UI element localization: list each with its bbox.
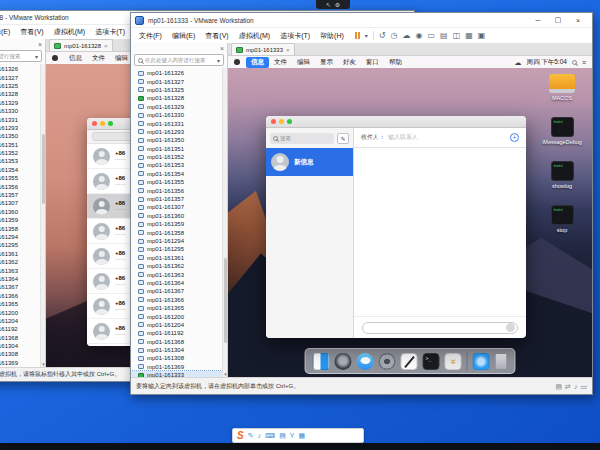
vm-list-item[interactable]: mp01-161204 <box>0 317 40 325</box>
revert-snapshot-icon[interactable]: ☁ <box>403 32 411 40</box>
vm-list-item[interactable]: mp01-161361 <box>0 250 40 258</box>
send-ctrl-alt-del-icon[interactable]: ↺ <box>379 32 386 40</box>
vm-list-item[interactable]: mp01-161330 <box>131 111 222 119</box>
console-view-icon[interactable]: ◫ <box>453 32 461 40</box>
menu-item[interactable]: 虚拟机(M) <box>49 27 91 37</box>
toolbox-icon[interactable]: ▦ <box>298 432 305 439</box>
unity-icon[interactable]: ▣ <box>478 32 486 40</box>
dock-icon[interactable] <box>495 353 508 370</box>
maximize-button[interactable]: ▢ <box>548 13 568 27</box>
mac-menu-item[interactable]: 窗口 <box>361 58 384 67</box>
close-button[interactable]: × <box>568 13 588 27</box>
vm-list-item[interactable]: mp01-161366 <box>0 292 40 300</box>
library-scrollbar[interactable]: ▾ <box>222 68 227 377</box>
remote-toolbar[interactable]: ↖⚙ <box>316 0 350 9</box>
vm-list-item[interactable]: mp01-161350 <box>0 132 40 140</box>
recipient-bar[interactable]: 收件人： 输入联系人 + <box>354 128 526 148</box>
vm-list-item[interactable]: mp01-161355 <box>0 174 40 182</box>
vm-list-item[interactable]: mp01-161295 <box>131 245 222 253</box>
vm-list-item[interactable]: mp01-161358 <box>131 228 222 236</box>
windows-taskbar[interactable] <box>0 443 600 450</box>
search-filter-caret-icon[interactable]: ▾ <box>217 57 220 64</box>
keyboard-icon[interactable]: ⌨ <box>265 432 275 439</box>
vm-list-item[interactable]: mp01-161304 <box>0 342 40 350</box>
dock-icon[interactable] <box>379 353 396 370</box>
vm-list-item[interactable]: mp01-161359 <box>131 220 222 228</box>
mac-menu-item[interactable]: 好友 <box>338 58 361 67</box>
minimize-button[interactable]: ─ <box>528 13 548 27</box>
vm-list-item[interactable]: mp01-161325 <box>131 86 222 94</box>
vm-list-item[interactable]: mp01-161367 <box>131 287 222 295</box>
vm-list-item[interactable]: mp01-161294 <box>0 233 40 241</box>
vm-list-item[interactable]: mp01-161361 <box>131 254 222 262</box>
vm-list-item[interactable]: mp01-161192 <box>131 329 222 337</box>
vm-list-item[interactable]: mp01-161327 <box>0 73 40 81</box>
vm-list-item[interactable]: mp01-161351 <box>0 141 40 149</box>
network-adapter-icon[interactable]: ⇄ <box>565 383 571 390</box>
vm-list-item[interactable]: mp01-161357 <box>0 191 40 199</box>
clipboard-icon[interactable]: ▤ <box>279 432 286 439</box>
menubar-clock[interactable]: 周四 下午5:04 <box>526 58 566 67</box>
vm-list-item[interactable]: mp01-161330 <box>0 107 40 115</box>
vm-list-item[interactable]: mp01-161366 <box>131 296 222 304</box>
vm-list-item[interactable]: mp01-161328 <box>0 90 40 98</box>
mac-menu-item[interactable]: 文件 <box>269 58 292 67</box>
vm-list-item[interactable]: mp01-161329 <box>0 99 40 107</box>
mac-app-menu[interactable]: 信息 <box>246 57 269 68</box>
vm2-messages-window[interactable]: 搜索 ✎ 新信息 收件人： 输入 <box>266 116 526 338</box>
vm-list-item[interactable]: mp01-161331 <box>0 115 40 123</box>
desktop-icon[interactable]: exec showlog <box>540 161 584 189</box>
desktop-icon[interactable]: exec stop <box>540 205 584 233</box>
search-filter-caret-icon[interactable]: ▾ <box>35 53 38 60</box>
skin-icon[interactable]: Y <box>290 432 295 439</box>
vm-list-item[interactable]: mp01-161369 <box>131 363 222 371</box>
vm-list-item[interactable]: mp01-161360 <box>0 208 40 216</box>
vm-tab[interactable]: mp01-161328 × <box>49 39 113 51</box>
vm-list-item[interactable]: mp01-161352 <box>0 149 40 157</box>
window1-library-search[interactable]: 在此处键入内容进行搜索 ▾ <box>0 50 42 62</box>
tab-close-icon[interactable]: × <box>104 43 108 49</box>
mac-menu-item[interactable]: 帮助 <box>384 58 407 67</box>
menu-item[interactable]: 查看(V) <box>15 27 48 37</box>
vm-list-item[interactable]: mp01-161356 <box>0 182 40 190</box>
vm-list-item[interactable]: mp01-161350 <box>131 136 222 144</box>
menu-item[interactable]: 选项卡(T) <box>90 27 130 37</box>
vm-list-item[interactable]: mp01-161192 <box>0 325 40 333</box>
vm-list-item[interactable]: mp01-161200 <box>0 308 40 316</box>
mac-menu-item[interactable]: 编辑 <box>292 58 315 67</box>
mic-icon[interactable]: ♪ <box>258 432 262 439</box>
dock-icon[interactable] <box>423 353 440 370</box>
vm-list-item[interactable]: mp01-161304 <box>131 346 222 354</box>
vm-list-item[interactable]: mp01-161293 <box>131 128 222 136</box>
vm-list-item[interactable]: mp01-161204 <box>131 321 222 329</box>
desktop-icon[interactable]: exec iMessageDebug <box>540 117 584 145</box>
zoom-traffic-icon[interactable] <box>108 121 113 126</box>
gear-icon[interactable]: ⚙ <box>335 2 340 8</box>
vm-list-item[interactable]: mp01-161364 <box>0 275 40 283</box>
mac-menu-item[interactable]: 显示 <box>315 58 338 67</box>
mac-menu-item[interactable]: 信息 <box>64 54 87 63</box>
message-input-field[interactable] <box>362 322 518 334</box>
vm-list-item[interactable]: mp01-161363 <box>131 270 222 278</box>
dock-icon[interactable] <box>467 352 468 371</box>
vm-list-item[interactable]: mp01-161352 <box>131 153 222 161</box>
menu-item[interactable]: 文件(F) <box>134 31 167 41</box>
vm-list-item[interactable]: mp01-161353 <box>0 157 40 165</box>
menu-item[interactable]: 查看(V) <box>200 31 233 41</box>
vm-list-item[interactable]: mp01-161326 <box>0 65 40 73</box>
dock-icon[interactable] <box>473 353 490 370</box>
dock-icon[interactable] <box>335 353 352 370</box>
messages-search-field[interactable]: 搜索 <box>270 133 334 144</box>
vm-list-item[interactable]: mp01-161364 <box>131 279 222 287</box>
window2-titlebar[interactable]: mp01-161333 - VMware Workstation ─ ▢ × <box>131 13 592 28</box>
dock-icon[interactable] <box>313 353 330 370</box>
menu-item[interactable]: 编辑(E) <box>0 27 15 37</box>
vm-list-item[interactable]: mp01-161329 <box>131 103 222 111</box>
apple-icon[interactable] <box>234 59 240 65</box>
vm-list-item[interactable]: mp01-161357 <box>131 195 222 203</box>
vm-list-item[interactable]: mp01-161328 <box>131 94 222 102</box>
vm2-screen[interactable]: 信息 文件编辑显示好友窗口帮助 ☁ 周四 下午5:04 ≡ <box>228 56 592 377</box>
vm-list-item[interactable]: mp01-161362 <box>131 262 222 270</box>
show-library-icon[interactable]: ▭ <box>428 32 436 40</box>
dock-icon[interactable] <box>357 353 374 370</box>
